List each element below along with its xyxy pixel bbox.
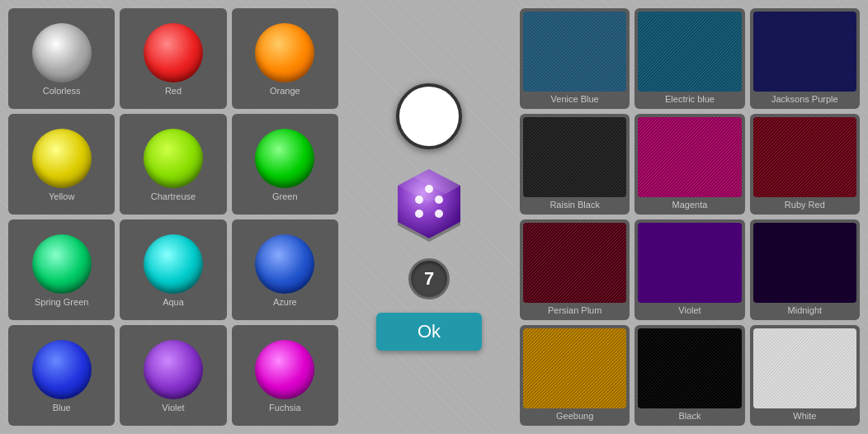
fabric-color-midnight[interactable]: Midnight — [750, 219, 860, 320]
dice-color-chartreuse[interactable]: Chartreuse — [120, 114, 226, 215]
fabric-swatch-persian-plum — [523, 223, 626, 303]
svg-point-0 — [415, 196, 423, 204]
fabric-color-black[interactable]: Black — [634, 325, 744, 426]
dice-gem-aqua — [144, 234, 203, 294]
svg-point-4 — [425, 185, 433, 193]
fabric-swatch-midnight — [753, 223, 856, 303]
dice-color-colorless[interactable]: Colorless — [8, 8, 115, 109]
dice-gem-violet — [144, 340, 203, 399]
fabric-color-geebung[interactable]: Geebung — [520, 325, 630, 426]
dice-label-aqua: Aqua — [163, 297, 184, 307]
dice-label-red: Red — [165, 86, 182, 96]
dice-label-blue: Blue — [53, 403, 71, 413]
dice-gem-green — [255, 129, 314, 188]
dice-label-colorless: Colorless — [43, 86, 81, 96]
fabric-label-raisin-black: Raisin Black — [550, 200, 600, 211]
fabric-label-violet: Violet — [678, 305, 701, 317]
fabric-swatch-white — [753, 328, 856, 408]
fabric-label-midnight: Midnight — [788, 305, 823, 317]
dice-color-spring-green[interactable]: Spring Green — [8, 219, 115, 320]
fabric-swatch-electric-blue — [638, 12, 741, 92]
fabric-label-jacksons-purple: Jacksons Purple — [771, 94, 838, 106]
fabric-label-white: White — [793, 411, 816, 422]
svg-point-3 — [435, 210, 443, 218]
svg-point-2 — [415, 210, 423, 218]
number-badge: 7 — [408, 258, 450, 300]
dice-gem-chartreuse — [144, 129, 203, 188]
fabric-color-magenta[interactable]: Magenta — [634, 114, 744, 215]
fabric-swatch-violet — [638, 223, 741, 303]
fabric-label-black: Black — [679, 411, 701, 422]
dice-gem-azure — [255, 234, 314, 294]
dice-color-blue[interactable]: Blue — [8, 325, 115, 426]
dice-label-yellow: Yellow — [49, 191, 74, 201]
dice-gem-red — [144, 23, 203, 83]
preview-dice — [388, 163, 470, 245]
dice-gem-spring-green — [32, 234, 92, 294]
fabric-swatch-black — [638, 328, 741, 408]
fabric-swatch-magenta — [638, 117, 741, 197]
fabric-color-violet[interactable]: Violet — [634, 219, 744, 320]
fabric-swatch-geebung — [523, 328, 626, 408]
dice-label-spring-green: Spring Green — [35, 297, 88, 307]
svg-point-1 — [435, 196, 443, 204]
fabric-color-jacksons-purple[interactable]: Jacksons Purple — [750, 8, 860, 109]
dice-label-fuchsia: Fuchsia — [269, 403, 301, 413]
fabric-label-magenta: Magenta — [672, 200, 708, 211]
fabric-color-ruby-red[interactable]: Ruby Red — [750, 114, 860, 215]
fabric-color-white[interactable]: White — [750, 325, 860, 426]
fabric-swatch-raisin-black — [523, 117, 626, 197]
dice-label-violet: Violet — [162, 403, 184, 413]
fabric-color-electric-blue[interactable]: Electric blue — [634, 8, 744, 109]
dice-gem-yellow — [32, 129, 92, 188]
fabric-color-venice-blue[interactable]: Venice Blue — [520, 8, 630, 109]
dice-label-orange: Orange — [270, 86, 300, 96]
dice-color-red[interactable]: Red — [120, 8, 226, 109]
fabric-label-geebung: Geebung — [556, 411, 593, 422]
preview-circle — [396, 83, 462, 149]
ok-button[interactable]: Ok — [376, 313, 482, 351]
dice-gem-colorless — [32, 23, 92, 83]
dice-color-yellow[interactable]: Yellow — [8, 114, 115, 215]
dice-color-green[interactable]: Green — [232, 114, 338, 215]
dice-color-grid: Colorless Red Orange Yellow Chartreuse G… — [0, 0, 347, 434]
dice-label-chartreuse: Chartreuse — [151, 191, 196, 201]
fabric-swatch-ruby-red — [753, 117, 856, 197]
dice-color-aqua[interactable]: Aqua — [120, 219, 226, 320]
dice-color-orange[interactable]: Orange — [232, 8, 338, 109]
fabric-label-venice-blue: Venice Blue — [551, 94, 599, 106]
dice-gem-blue — [32, 340, 92, 399]
fabric-color-persian-plum[interactable]: Persian Plum — [520, 219, 630, 320]
center-panel: 7 Ok — [347, 0, 512, 434]
fabric-label-ruby-red: Ruby Red — [785, 200, 825, 211]
dice-gem-orange — [255, 23, 314, 83]
dice-label-azure: Azure — [273, 297, 297, 307]
fabric-color-raisin-black[interactable]: Raisin Black — [520, 114, 630, 215]
fabric-swatch-jacksons-purple — [753, 12, 856, 92]
fabric-label-electric-blue: Electric blue — [665, 94, 715, 106]
dice-color-fuchsia[interactable]: Fuchsia — [232, 325, 338, 426]
fabric-label-persian-plum: Persian Plum — [548, 305, 601, 317]
dice-gem-fuchsia — [255, 340, 314, 399]
dice-label-green: Green — [272, 191, 298, 201]
dice-color-azure[interactable]: Azure — [232, 219, 338, 320]
fabric-color-grid: Venice Blue Electric blue Jacksons Purpl… — [512, 0, 868, 434]
dice-color-violet[interactable]: Violet — [120, 325, 226, 426]
number-badge-value: 7 — [424, 268, 434, 290]
fabric-swatch-venice-blue — [523, 12, 626, 92]
